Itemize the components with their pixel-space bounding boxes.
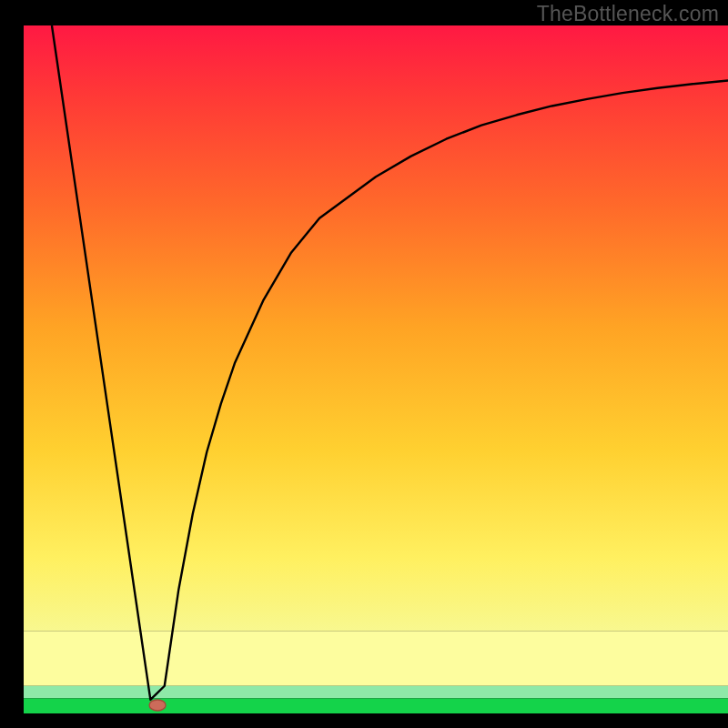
curve-minimum-marker bbox=[149, 700, 166, 711]
pale-yellow-strip bbox=[24, 631, 728, 685]
gradient-background bbox=[24, 25, 728, 631]
green-strip bbox=[24, 698, 728, 713]
mint-strip bbox=[24, 686, 728, 699]
watermark-text: TheBottleneck.com bbox=[537, 2, 719, 26]
bottleneck-chart bbox=[0, 0, 728, 728]
chart-container: TheBottleneck.com bbox=[0, 0, 728, 728]
